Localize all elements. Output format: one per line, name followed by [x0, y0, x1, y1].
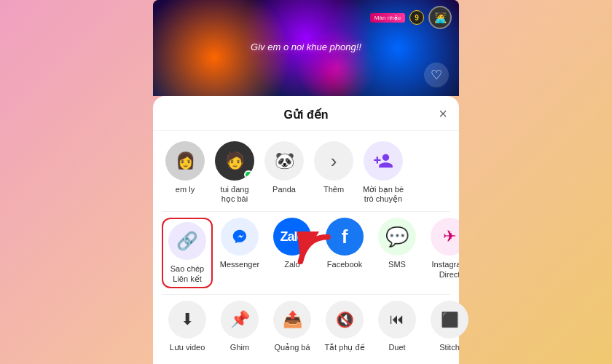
app-messenger[interactable]: Messenger: [214, 218, 265, 288]
action-icon-duet: ⏮: [378, 301, 416, 339]
contact-name-more: Thêm: [323, 185, 344, 194]
action-name-luu-video: Lưu video: [170, 343, 205, 352]
contact-name-tui: tui đanghọc bài: [220, 185, 248, 204]
contact-name-panda: Panda: [272, 185, 296, 194]
action-name-tat-phu-de: Tắt phụ đề: [324, 343, 364, 352]
close-button[interactable]: ×: [439, 106, 447, 121]
action-name-quang-ba: Quảng bá: [274, 343, 310, 352]
contact-more[interactable]: › Thêm: [310, 141, 357, 204]
app-icon-facebook: f: [326, 218, 364, 256]
action-icon-tat-phu-de: 🔇: [326, 301, 364, 339]
action-icon-ghim: 📌: [221, 301, 259, 339]
app-instagram-direct[interactable]: ✈ InstagramDirect: [424, 218, 459, 288]
app-facebook[interactable]: f Facebook: [319, 218, 370, 288]
app-icon-instagram-direct: ✈: [431, 218, 459, 256]
sheet-title: Gửi đến: [284, 108, 329, 122]
action-duet[interactable]: ⏮ Duet: [372, 301, 423, 352]
app-zalo[interactable]: Zalo Zalo: [267, 218, 318, 288]
contact-avatar-more: ›: [314, 141, 353, 181]
action-name-duet: Duet: [388, 343, 405, 352]
game-screen: Giv em o noi khue phong!! Màn nhậu 9 🧑‍💻…: [153, 0, 459, 96]
game-text: Giv em o noi khue phong!!: [251, 41, 361, 52]
contact-avatar-panda: 🐼: [264, 141, 304, 181]
contact-name-invite: Mời bạn bètrò chuyện: [363, 185, 404, 204]
bottom-sheet: Gửi đến × 👩 em ly 🧑 tui đanghọc bài 🐼 Pa…: [153, 96, 459, 364]
action-tat-phu-de[interactable]: 🔇 Tắt phụ đề: [319, 301, 370, 352]
app-name-messenger: Messenger: [220, 260, 259, 269]
app-name-zalo: Zalo: [284, 260, 299, 269]
action-icon-stitch: ⬛: [431, 301, 468, 339]
action-stitch[interactable]: ⬛ Stitch: [424, 301, 475, 352]
game-ui-top: Màn nhậu 9 🧑‍💻: [370, 6, 452, 29]
app-icon-messenger: [221, 218, 259, 256]
contacts-row: 👩 em ly 🧑 tui đanghọc bài 🐼 Panda › Thêm: [153, 131, 459, 211]
action-name-ghim: Ghim: [230, 343, 249, 352]
contact-tui[interactable]: 🧑 tui đanghọc bài: [211, 141, 258, 204]
contact-avatar-invite: [364, 141, 403, 181]
action-icon-luu-video: ⬇: [168, 301, 206, 339]
app-icon-zalo: Zalo: [273, 218, 311, 256]
game-banner: Màn nhậu: [370, 13, 405, 23]
contact-invite[interactable]: Mời bạn bètrò chuyện: [360, 141, 407, 204]
app-name-instagram-direct: InstagramDirect: [432, 260, 459, 279]
action-name-stitch: Stitch: [439, 343, 460, 352]
contact-name-em-ly: em ly: [176, 185, 195, 194]
apps-row: 🔗 Sao chépLiên kết Messenger Zalo Zalo: [153, 212, 459, 293]
app-name-sms: SMS: [388, 260, 406, 269]
app-icon-copy-link: 🔗: [168, 222, 206, 260]
game-level: 9: [409, 10, 424, 25]
app-copy-link[interactable]: 🔗 Sao chépLiên kết: [162, 218, 213, 288]
sheet-header: Gửi đến ×: [153, 96, 459, 131]
game-avatar: 🧑‍💻: [428, 6, 452, 29]
action-icon-quang-ba: 📤: [273, 301, 311, 339]
action-ghim[interactable]: 📌 Ghim: [214, 301, 265, 352]
heart-button[interactable]: ♡: [424, 63, 449, 87]
app-sms[interactable]: 💬 SMS: [372, 218, 423, 288]
contact-avatar-tui: 🧑: [215, 141, 254, 181]
contact-em-ly[interactable]: 👩 em ly: [162, 141, 208, 204]
action-quang-ba[interactable]: 📤 Quảng bá: [267, 301, 318, 352]
app-icon-sms: 💬: [378, 218, 416, 256]
app-name-facebook: Facebook: [327, 260, 362, 269]
contact-panda[interactable]: 🐼 Panda: [261, 141, 307, 204]
app-name-copy-link: Sao chépLiên kết: [170, 264, 204, 283]
action-luu-video[interactable]: ⬇ Lưu video: [162, 301, 213, 352]
phone-container: Giv em o noi khue phong!! Màn nhậu 9 🧑‍💻…: [153, 0, 459, 364]
contact-avatar-em-ly: 👩: [165, 141, 205, 181]
online-indicator: [244, 170, 253, 179]
actions-row: ⬇ Lưu video 📌 Ghim 📤 Quảng bá 🔇 Tắt phụ …: [153, 295, 459, 358]
